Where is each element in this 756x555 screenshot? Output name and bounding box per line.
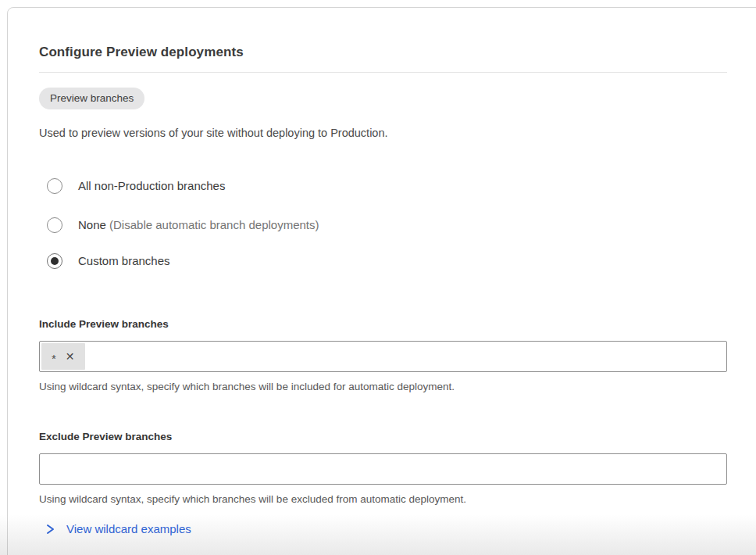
radio-button-icon[interactable]: [47, 178, 62, 194]
section-description: Used to preview versions of your site wi…: [39, 126, 727, 140]
tag-value: *: [52, 353, 56, 364]
chevron-right-icon: [45, 523, 55, 535]
include-branches-input[interactable]: * ✕: [39, 341, 727, 372]
exclude-branches-label: Exclude Preview branches: [39, 430, 727, 443]
radio-all-non-production-branches[interactable]: All non-Production branches: [39, 178, 727, 194]
radio-none[interactable]: None (Disable automatic branch deploymen…: [39, 217, 727, 233]
view-wildcard-examples-link[interactable]: View wildcard examples: [39, 522, 727, 535]
radio-label[interactable]: None (Disable automatic branch deploymen…: [78, 217, 319, 233]
radio-label-main: None: [78, 218, 106, 231]
radio-label[interactable]: All non-Production branches: [78, 178, 225, 194]
radio-custom-branches[interactable]: Custom branches: [39, 253, 727, 269]
exclude-branches-input[interactable]: [39, 453, 727, 485]
include-branches-label: Include Preview branches: [39, 317, 727, 331]
preview-branch-radio-group: All non-Production branches None (Disabl…: [39, 178, 727, 269]
wildcard-tag-chip: * ✕: [41, 343, 85, 370]
link-label[interactable]: View wildcard examples: [66, 522, 191, 535]
page-title: Configure Preview deployments: [39, 45, 727, 60]
card-content: Configure Preview deployments Preview br…: [8, 8, 727, 535]
radio-label-note: (Disable automatic branch deployments): [109, 218, 319, 231]
divider: [39, 72, 727, 73]
radio-button-icon[interactable]: [47, 217, 62, 233]
include-help-text: Using wildcard syntax, specify which bra…: [39, 380, 727, 393]
radio-label[interactable]: Custom branches: [78, 253, 170, 269]
exclude-help-text: Using wildcard syntax, specify which bra…: [39, 492, 727, 506]
settings-card: Configure Preview deployments Preview br…: [7, 7, 756, 555]
preview-branches-badge: Preview branches: [39, 88, 144, 109]
radio-button-selected-icon[interactable]: [47, 253, 62, 269]
remove-tag-button[interactable]: ✕: [66, 351, 75, 362]
